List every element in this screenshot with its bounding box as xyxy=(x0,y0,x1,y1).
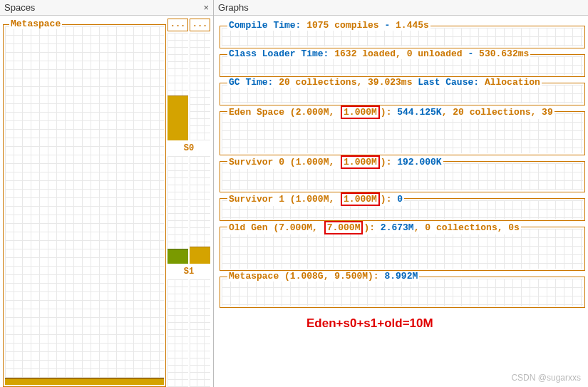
eden-plot[interactable] xyxy=(222,113,583,153)
s0-highlight: 1.000M xyxy=(341,155,380,169)
dots-box[interactable]: ... xyxy=(190,19,210,31)
graphs-panel: Graphs Compile Time: 1075 compiles - 1.4… xyxy=(214,0,588,387)
s1-graph-label: Survivor 1 (1.000M, 1.000M): 0 xyxy=(227,192,404,206)
eden-label: Eden Space (2.000M, 1.000M): 544.125K, 2… xyxy=(227,105,555,119)
eden-highlight: 1.000M xyxy=(341,105,380,119)
s0-graph-label: Survivor 0 (1.000M, 1.000M): 192.000K xyxy=(227,155,443,169)
metaspace-plot[interactable] xyxy=(5,26,164,385)
s0-graph: Survivor 0 (1.000M, 1.000M): 192.000K xyxy=(220,161,585,192)
s1-slot-right[interactable] xyxy=(190,279,210,387)
spaces-body: Metaspace ... ... S0 xyxy=(0,16,213,387)
heap-slot-1[interactable] xyxy=(167,33,188,140)
s1-slot-left[interactable] xyxy=(167,279,188,387)
graphs-body: Compile Time: 1075 compiles - 1.445s Cla… xyxy=(214,16,588,387)
graphs-title: Graphs xyxy=(218,2,249,13)
old-label: Old Gen (7.000M, 7.000M): 2.673M, 0 coll… xyxy=(227,221,521,234)
metaspace-graph: Metaspace (1.008G, 9.500M): 8.992M xyxy=(220,277,585,308)
spaces-header: Spaces × xyxy=(0,0,213,16)
s0-slot-left[interactable] xyxy=(167,156,188,264)
metaspace-field: Metaspace xyxy=(3,24,166,387)
spaces-panel: Spaces × Metaspace ... ... xyxy=(0,0,214,387)
heap-slot-2[interactable] xyxy=(190,33,210,140)
classloader-label: Class Loader Time: 1632 loaded, 0 unload… xyxy=(227,48,530,59)
gc-graph: GC Time: 20 collections, 39.023ms Last C… xyxy=(220,83,585,105)
watermark: CSDN @sugarxxs xyxy=(511,373,581,383)
old-plot[interactable] xyxy=(222,229,583,269)
old-highlight: 7.000M xyxy=(324,221,363,234)
compile-graph: Compile Time: 1075 compiles - 1.445s xyxy=(220,26,585,48)
classloader-graph: Class Loader Time: 1632 loaded, 0 unload… xyxy=(220,54,585,77)
close-icon[interactable]: × xyxy=(203,2,209,13)
s0-slot-right[interactable] xyxy=(190,156,210,264)
dots-box[interactable]: ... xyxy=(167,19,188,31)
metaspace-bar xyxy=(5,378,164,385)
old-graph: Old Gen (7.000M, 7.000M): 2.673M, 0 coll… xyxy=(220,227,585,271)
annotation-text: Eden+s0+s1+old=10M xyxy=(306,316,433,331)
s1-highlight: 1.000M xyxy=(341,192,380,206)
compile-label: Compile Time: 1075 compiles - 1.445s xyxy=(227,20,430,31)
graphs-header: Graphs xyxy=(214,0,588,16)
metaspace-graph-label: Metaspace (1.008G, 9.500M): 8.992M xyxy=(227,271,419,282)
eden-graph: Eden Space (2.000M, 1.000M): 544.125K, 2… xyxy=(220,111,585,155)
metaspace-label: Metaspace xyxy=(9,19,62,29)
metaspace-graph-plot[interactable] xyxy=(222,279,583,306)
spaces-title: Spaces xyxy=(4,2,35,13)
s1-label: S1 xyxy=(167,267,210,277)
gc-label: GC Time: 20 collections, 39.023ms Last C… xyxy=(227,77,542,88)
s0-label: S0 xyxy=(167,143,210,153)
s1-graph: Survivor 1 (1.000M, 1.000M): 0 xyxy=(220,198,585,221)
